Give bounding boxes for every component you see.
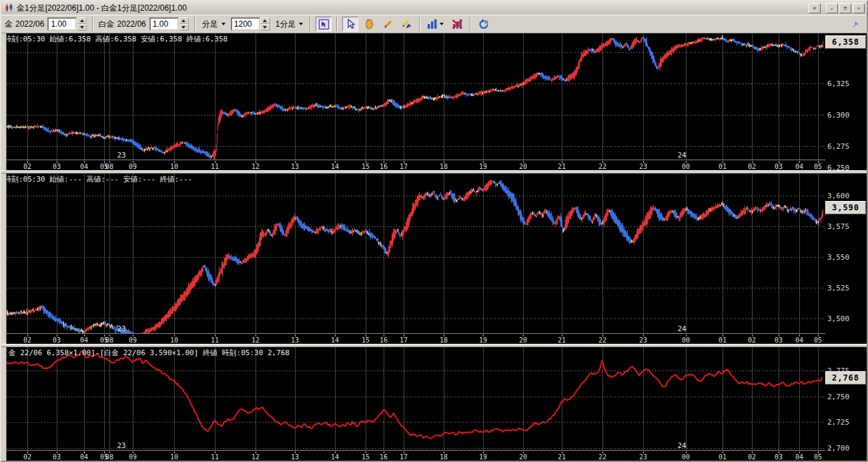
clear-drawings-button[interactable] xyxy=(449,17,465,31)
platinum-time-axis[interactable]: 0203040508091011121314151617181920212223… xyxy=(7,333,825,344)
x-tick-label: 23 xyxy=(639,453,647,461)
x-tick-label: 12 xyxy=(252,336,260,344)
wrench-icon xyxy=(852,19,859,30)
x-tick-label: 00 xyxy=(682,163,690,170)
y-tick-label: 2,725 xyxy=(827,418,849,427)
timeframe-value: 1分足 xyxy=(276,19,296,30)
gold-multiplier-up-button[interactable] xyxy=(77,17,87,24)
y-tick-label: 3,500 xyxy=(827,314,849,322)
gold-time-axis[interactable]: 0203040508091011121314151617181920212223… xyxy=(7,160,825,170)
x-tick-label: 18 xyxy=(440,163,448,170)
maximize-button[interactable] xyxy=(839,3,851,13)
gold-contract-month: 2022/06 xyxy=(15,19,44,29)
candles-up xyxy=(13,37,823,160)
x-tick-label: 14 xyxy=(331,163,339,170)
platinum-ohlc-info: 時刻:05:30 始値:--- 高値:--- 安値:--- 終値:--- xyxy=(4,174,192,184)
gold-price-axis[interactable]: 6,3256,3006,2756,2506,358 xyxy=(825,33,867,170)
x-tick-label: 01 xyxy=(719,163,727,170)
x-tick-label: 19 xyxy=(479,163,487,170)
toolbar-separator xyxy=(194,17,195,31)
close-button[interactable] xyxy=(853,3,865,13)
restore-window-button[interactable] xyxy=(809,3,821,13)
timeframe-dropdown[interactable]: 1分足 xyxy=(274,17,306,31)
spread-chart-panel: 2324 [金 22/06 6,358×1.00]-[白金 22/06 3,59… xyxy=(1,347,867,461)
x-tick-label: 02 xyxy=(748,453,756,461)
x-tick-label: 09 xyxy=(129,453,137,461)
reload-button[interactable]: R xyxy=(476,17,492,31)
spread-chart-plot[interactable]: 2324 xyxy=(7,347,825,450)
current-price-box: 6,358 xyxy=(825,35,866,49)
period-type-dropdown[interactable]: 分足 xyxy=(200,17,228,31)
bar-count-up-button[interactable] xyxy=(260,17,270,24)
x-tick-label: 10 xyxy=(170,453,178,461)
gold-ohlc-info: 時刻:05:30 始値:6,358 高値:6,358 安値:6,358 終値:6… xyxy=(4,34,228,44)
y-tick-label: 3,575 xyxy=(827,222,849,231)
x-tick-label: 03 xyxy=(775,336,783,344)
minimize-button[interactable] xyxy=(826,3,838,13)
spread-line xyxy=(7,351,822,439)
candles-down xyxy=(15,36,821,160)
close-icon xyxy=(857,5,860,11)
platinum-chart-plot[interactable]: 2324 xyxy=(7,174,825,333)
pointer-icon xyxy=(346,19,356,29)
gold-multiplier-spinner: 1.00 xyxy=(47,17,87,31)
pencil-draw-button[interactable] xyxy=(380,17,396,31)
x-tick-label: 03 xyxy=(775,163,783,170)
x-tick-label: 09 xyxy=(129,336,137,344)
x-tick-label: 02 xyxy=(23,336,31,344)
x-tick-label: 11 xyxy=(211,453,219,461)
x-tick-label: 17 xyxy=(400,163,408,170)
bar-count-down-button[interactable] xyxy=(260,24,270,31)
x-tick-label: 08 xyxy=(105,336,113,344)
spread-price-axis[interactable]: 2,7752,7502,7252,7002,768 xyxy=(825,347,867,461)
y-tick-label: 6,275 xyxy=(827,142,849,151)
platinum-price-axis[interactable]: 3,6003,5753,5503,5253,5003,590 xyxy=(825,174,867,344)
spread-time-axis[interactable]: 0203040508091011121314151617181920212223… xyxy=(7,450,825,461)
x-tick-label: 08 xyxy=(105,163,113,170)
x-tick-label: 03 xyxy=(53,163,61,170)
platinum-multiplier-down-button[interactable] xyxy=(179,24,189,31)
x-tick-label: 12 xyxy=(252,453,260,461)
titlebar[interactable]: 金1分足[2022/06]1.00 - 白金1分足[2022/06]1.00 xyxy=(1,1,867,15)
bar-count-input[interactable]: 1200 xyxy=(231,17,260,31)
platinum-multiplier-up-button[interactable] xyxy=(179,17,189,24)
x-tick-label: 20 xyxy=(519,336,527,344)
crosshair-select-button[interactable] xyxy=(316,17,332,31)
x-tick-label: 04 xyxy=(80,163,88,170)
platinum-multiplier-input[interactable]: 1.00 xyxy=(149,17,179,31)
x-tick-label: 10 xyxy=(170,336,178,344)
x-tick-label: 13 xyxy=(291,163,299,170)
settings-wrench-button[interactable] xyxy=(848,17,863,32)
chart-type-dropdown-button[interactable] xyxy=(425,17,446,31)
y-tick-label: 3,525 xyxy=(827,283,849,292)
gold-multiplier-input[interactable]: 1.00 xyxy=(47,17,77,31)
x-tick-label: 16 xyxy=(380,163,388,170)
x-tick-label: 08 xyxy=(105,453,113,461)
platinum-label: 白金 xyxy=(98,19,114,30)
x-tick-label: 21 xyxy=(558,336,566,344)
x-tick-label: 13 xyxy=(291,336,299,344)
platinum-chart-panel: 2324 時刻:05:30 始値:--- 高値:--- 安値:--- 終値:--… xyxy=(1,174,867,344)
x-tick-label: 12 xyxy=(252,163,260,170)
panel-splitter[interactable] xyxy=(1,170,867,174)
left-panel-strip xyxy=(1,33,7,461)
panel-splitter[interactable] xyxy=(1,344,867,347)
toolbar-separator xyxy=(310,17,311,31)
marker-arrow-icon xyxy=(401,19,412,29)
bar-count-spinner: 1200 xyxy=(231,17,270,31)
x-tick-label: 11 xyxy=(211,336,219,344)
up-arrow-icon xyxy=(263,19,267,22)
gold-multiplier-down-button[interactable] xyxy=(77,24,87,31)
gold-chart-plot[interactable]: 2324 xyxy=(7,33,825,160)
down-arrow-icon xyxy=(263,26,267,29)
y-tick-label: 2,700 xyxy=(827,443,849,452)
pointer-tool-button[interactable] xyxy=(342,17,358,31)
hand-pan-button[interactable] xyxy=(361,17,377,31)
date-marker: 24 xyxy=(677,324,687,333)
current-price-box: 2,768 xyxy=(825,371,866,385)
x-tick-label: 18 xyxy=(440,336,448,344)
x-tick-label: 10 xyxy=(170,163,178,170)
current-price-box: 3,590 xyxy=(825,201,866,214)
marker-draw-button[interactable] xyxy=(398,17,414,31)
svg-text:R: R xyxy=(484,19,488,24)
